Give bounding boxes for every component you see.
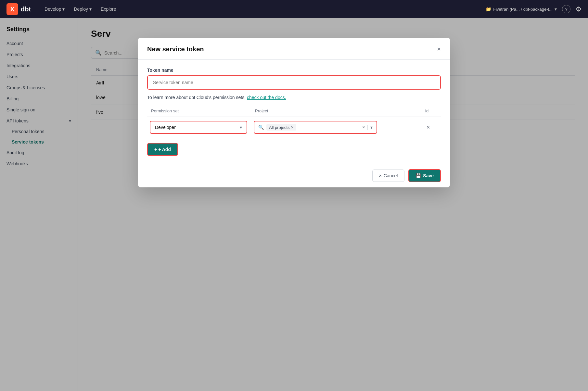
permission-chevron-icon (240, 125, 242, 130)
permission-set-dropdown[interactable]: Developer (150, 121, 247, 134)
docs-link[interactable]: check out the docs. (247, 95, 286, 100)
project-search-icon: 🔍 (258, 125, 264, 130)
nav-develop[interactable]: Develop (41, 4, 69, 14)
settings-icon[interactable]: ⚙ (576, 5, 582, 13)
project-header: Project (251, 105, 421, 117)
add-icon: + (154, 147, 157, 152)
add-permission-button[interactable]: + + Add (147, 143, 178, 156)
deploy-chevron-icon (89, 6, 92, 12)
permission-row: Developer 🔍 All projects × (147, 117, 441, 138)
project-divider: | (367, 124, 368, 130)
help-icon[interactable]: ? (562, 5, 570, 13)
modal-title: New service token (147, 45, 204, 53)
save-button[interactable]: 💾 Save (408, 169, 441, 182)
logo-x-icon: X (6, 3, 18, 15)
project-chevron-icon[interactable] (370, 125, 373, 130)
new-service-token-modal: New service token × Token name To learn … (138, 38, 450, 187)
save-icon: 💾 (415, 173, 421, 178)
permissions-table: Permission set Project id Developer (147, 105, 441, 138)
project-select-actions: × | (362, 124, 373, 130)
row-delete-button[interactable]: × (424, 124, 433, 131)
project-clear-icon[interactable]: × (362, 124, 365, 130)
modal-overlay: New service token × Token name To learn … (0, 18, 588, 391)
project-selector[interactable]: 📁 Fivetran (Pa... / dbt-package-t... (486, 6, 557, 12)
logo-dbt-text: dbt (21, 6, 31, 13)
modal-footer: × Cancel 💾 Save (138, 164, 450, 187)
token-name-input[interactable] (147, 75, 441, 90)
modal-header: New service token × (138, 38, 450, 60)
token-name-label: Token name (147, 68, 441, 73)
project-tag-remove[interactable]: × (291, 125, 294, 130)
id-header: id (421, 105, 441, 117)
nav-right: 📁 Fivetran (Pa... / dbt-package-t... ? ⚙ (486, 5, 582, 13)
modal-close-button[interactable]: × (437, 45, 441, 53)
nav-explore[interactable]: Explore (97, 4, 120, 14)
project-cell: 🔍 All projects × × | (251, 117, 421, 138)
token-name-field: Token name (147, 68, 441, 90)
permission-set-value: Developer (155, 125, 176, 130)
project-chevron-icon (555, 6, 557, 12)
info-text: To learn more about dbt Cloud's permissi… (147, 95, 441, 100)
nav-deploy[interactable]: Deploy (70, 4, 96, 14)
cancel-button[interactable]: × Cancel (372, 170, 405, 182)
project-tag: All projects × (266, 124, 296, 131)
nav-items: Develop Deploy Explore (41, 4, 120, 14)
logo[interactable]: X dbt (6, 3, 31, 15)
modal-body: Token name To learn more about dbt Cloud… (138, 60, 450, 164)
perm-set-header: Permission set (147, 105, 251, 117)
cancel-x-icon: × (379, 173, 382, 178)
row-delete-cell: × (421, 117, 441, 138)
develop-chevron-icon (62, 6, 65, 12)
top-navigation: X dbt Develop Deploy Explore 📁 Fivetran … (0, 0, 588, 18)
permission-set-cell: Developer (147, 117, 251, 138)
project-dropdown[interactable]: 🔍 All projects × × | (254, 121, 377, 134)
